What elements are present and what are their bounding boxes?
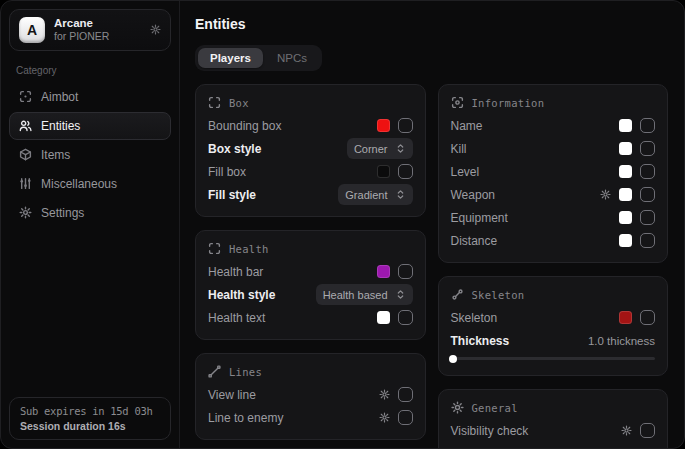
row-controls [379, 387, 413, 402]
checkbox[interactable] [640, 423, 655, 438]
tab-bar: Players NPCs [195, 45, 322, 71]
app-title: Arcane [54, 16, 109, 30]
color-swatch[interactable] [377, 165, 390, 178]
card-health: HealthHealth barHealth styleHealth based… [195, 230, 426, 340]
row-controls [377, 310, 413, 325]
checkbox[interactable] [398, 164, 413, 179]
gear-icon[interactable] [621, 425, 632, 436]
corners-icon [208, 242, 221, 255]
color-swatch[interactable] [619, 119, 632, 132]
color-swatch[interactable] [619, 165, 632, 178]
cube-icon [19, 148, 32, 161]
row-controls [379, 410, 413, 425]
color-swatch[interactable] [377, 119, 390, 132]
row-label: Name [451, 119, 483, 133]
dropdown-value: Health based [323, 289, 388, 301]
tab-npcs[interactable]: NPCs [265, 48, 319, 68]
row-label: Line to enemy [208, 411, 283, 425]
card-columns: BoxBounding boxBox styleCornerFill boxFi… [195, 84, 668, 448]
color-swatch[interactable] [619, 142, 632, 155]
card-title: Information [472, 97, 545, 109]
setting-row-line-to-enemy: Line to enemy [208, 406, 413, 429]
color-swatch[interactable] [619, 234, 632, 247]
card-header: Health [208, 242, 413, 255]
checkbox[interactable] [640, 310, 655, 325]
app-logo: A [19, 17, 45, 43]
checkbox[interactable] [640, 118, 655, 133]
dropdown-box-style[interactable]: Corner [347, 138, 413, 159]
row-controls: Corner [347, 138, 413, 159]
tab-players[interactable]: Players [198, 48, 263, 68]
checkbox[interactable] [398, 118, 413, 133]
dropdown-fill-style[interactable]: Gradient [338, 184, 412, 205]
setting-row-equipment: Equipment [451, 206, 656, 229]
setting-row-distance: Distance [451, 229, 656, 252]
row-label: Fill box [208, 165, 246, 179]
sidebar-item-label: Items [41, 148, 70, 162]
gear-icon[interactable] [379, 389, 390, 400]
card-title: General [472, 402, 518, 414]
gear-icon[interactable] [150, 24, 161, 35]
main-content: Entities Players NPCs BoxBounding boxBox… [180, 1, 684, 448]
sidebar-item-items[interactable]: Items [9, 141, 171, 169]
row-label: Bounding box [208, 119, 281, 133]
row-label: Box style [208, 142, 261, 156]
color-swatch[interactable] [619, 211, 632, 224]
row-controls [619, 164, 655, 179]
row-label: Equipment [451, 211, 508, 225]
setting-row-kill: Kill [451, 137, 656, 160]
users-icon [19, 119, 32, 132]
color-swatch[interactable] [619, 311, 632, 324]
row-controls [377, 164, 413, 179]
sidebar-item-miscellaneous[interactable]: Miscellaneous [9, 170, 171, 198]
row-label: Fill style [208, 188, 256, 202]
logo-card: A Arcane for PIONER [9, 9, 171, 51]
crosshair-icon [19, 90, 32, 103]
checkbox[interactable] [640, 187, 655, 202]
dropdown-health-style[interactable]: Health based [316, 284, 413, 305]
checkbox[interactable] [640, 233, 655, 248]
sun-icon [451, 401, 464, 414]
gear-icon [19, 206, 32, 219]
setting-row-health-style: Health styleHealth based [208, 283, 413, 306]
sidebar-item-aimbot[interactable]: Aimbot [9, 83, 171, 111]
logo-text: Arcane for PIONER [54, 16, 109, 44]
checkbox[interactable] [398, 264, 413, 279]
category-label: Category [16, 65, 164, 76]
row-controls: Gradient [338, 184, 412, 205]
left-column: BoxBounding boxBox styleCornerFill boxFi… [195, 84, 426, 440]
setting-row-health-bar: Health bar [208, 260, 413, 283]
row-label: Level [451, 165, 480, 179]
row-label: Health style [208, 288, 275, 302]
row-label: Weapon [451, 188, 495, 202]
sidebar-item-label: Aimbot [41, 90, 78, 104]
color-swatch[interactable] [619, 188, 632, 201]
checkbox[interactable] [640, 210, 655, 225]
checkbox[interactable] [640, 164, 655, 179]
gear-icon[interactable] [379, 412, 390, 423]
sidebar-item-settings[interactable]: Settings [9, 199, 171, 227]
card-title: Lines [229, 366, 262, 378]
select-icon [395, 143, 406, 154]
slider-thickness[interactable] [451, 357, 656, 360]
checkbox[interactable] [398, 310, 413, 325]
row-label: Distance [451, 234, 498, 248]
sidebar-menu: AimbotEntitiesItemsMiscellaneousSettings [9, 83, 171, 227]
checkbox[interactable] [398, 410, 413, 425]
gear-icon[interactable] [600, 189, 611, 200]
color-swatch[interactable] [377, 265, 390, 278]
checkbox[interactable] [640, 141, 655, 156]
slider-handle[interactable] [449, 355, 457, 363]
sidebar-item-entities[interactable]: Entities [9, 112, 171, 140]
row-controls [621, 423, 655, 438]
card-lines: LinesView lineLine to enemy [195, 353, 426, 440]
color-swatch[interactable] [377, 311, 390, 324]
setting-row-box-style: Box styleCorner [208, 137, 413, 160]
card-header: Skeleton [451, 288, 656, 301]
select-icon [395, 189, 406, 200]
row-controls [600, 187, 655, 202]
checkbox[interactable] [398, 387, 413, 402]
row-label: Health bar [208, 265, 263, 279]
subscription-card: Sub expires in 15d 03h Session duration … [9, 397, 171, 440]
row-controls: 500m [626, 448, 655, 449]
